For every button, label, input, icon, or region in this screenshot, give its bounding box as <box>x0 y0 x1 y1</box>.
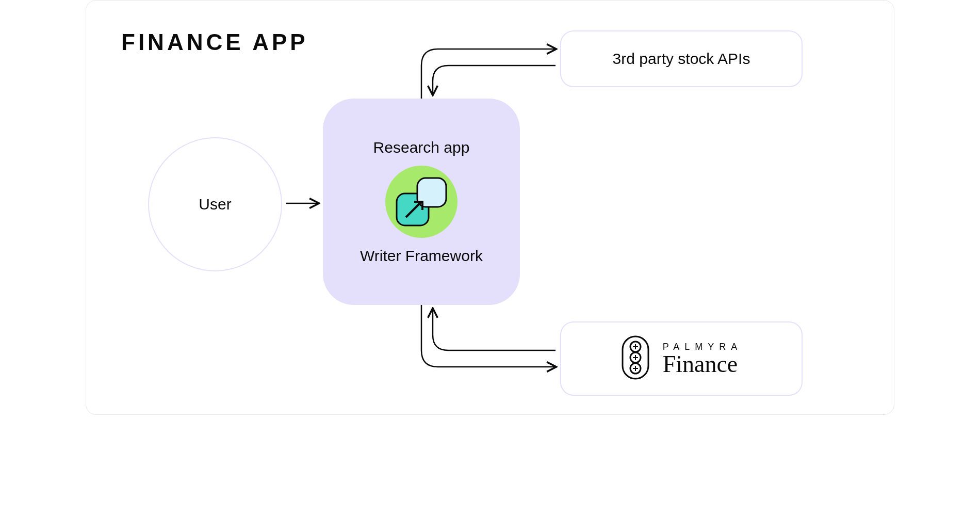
arrow-apis-to-app <box>433 66 556 94</box>
diagram-canvas: FINANCE APP User Research app Writer Fra… <box>86 0 894 415</box>
palmyra-bottom-label: Finance <box>663 352 738 376</box>
stock-apis-label: 3rd party stock APIs <box>613 50 750 68</box>
user-node: User <box>148 137 282 271</box>
diagram-title: FINANCE APP <box>121 29 308 55</box>
arrow-app-to-palmyra <box>421 305 556 367</box>
arrow-app-to-apis <box>421 49 556 99</box>
research-app-bottom-label: Writer Framework <box>360 247 483 265</box>
coin-stack-icon <box>620 334 650 383</box>
research-app-top-label: Research app <box>373 139 470 157</box>
arrow-palmyra-to-app <box>433 309 556 350</box>
palmyra-text: PALMYRA Finance <box>663 342 743 376</box>
palmyra-finance-node: PALMYRA Finance <box>560 321 803 396</box>
writer-framework-icon <box>385 166 458 238</box>
stock-apis-node: 3rd party stock APIs <box>560 30 803 87</box>
research-app-node: Research app Writer Framework <box>323 99 520 305</box>
user-label: User <box>199 196 231 213</box>
